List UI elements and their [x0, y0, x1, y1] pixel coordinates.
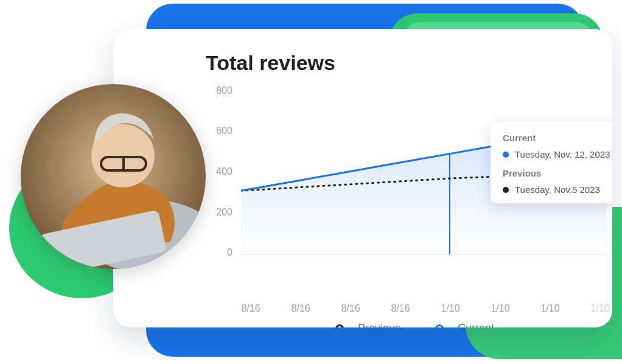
- legend-current-label: Current: [458, 322, 494, 327]
- legend-previous[interactable]: Previous: [327, 322, 400, 327]
- xtick-1: 8/16: [282, 303, 319, 314]
- tooltip-current-header: Current: [503, 133, 612, 143]
- xtick-7: 1/10: [582, 303, 612, 314]
- xtick-2: 8/16: [332, 303, 369, 314]
- legend-current-icon: [427, 324, 452, 328]
- chart-tooltip: Current Tuesday, Nov. 12, 2023 186 3% Pr…: [491, 122, 612, 203]
- ytick-600: 600: [206, 125, 232, 136]
- xtick-4: 1/10: [432, 303, 469, 314]
- chart-title: Total reviews: [206, 51, 335, 75]
- svg-point-3: [337, 325, 343, 327]
- tooltip-previous-date: Tuesday, Nov.5 2023: [515, 184, 612, 195]
- xtick-3: 8/16: [382, 303, 419, 314]
- legend-previous-label: Previous: [358, 322, 400, 327]
- tooltip-current-date: Tuesday, Nov. 12, 2023: [515, 149, 612, 159]
- legend-current[interactable]: Current: [427, 322, 494, 327]
- legend-previous-icon: [327, 324, 352, 328]
- chart-legend: Previous Current: [327, 322, 494, 327]
- ytick-0: 0: [206, 247, 232, 258]
- xtick-0: 8/16: [232, 303, 269, 314]
- svg-point-5: [436, 325, 443, 327]
- tooltip-previous-dot-icon: [503, 187, 509, 193]
- tooltip-current-dot-icon: [503, 152, 509, 158]
- reviews-line-chart[interactable]: 800 600 400 200 0 8/16 8/16 8/16 8/16: [206, 90, 607, 297]
- ytick-800: 800: [206, 85, 232, 96]
- ytick-200: 200: [206, 207, 232, 218]
- ytick-400: 400: [206, 166, 232, 177]
- xtick-6: 1/10: [532, 303, 568, 314]
- avatar-photo: [21, 84, 206, 269]
- xtick-5: 1/10: [482, 303, 519, 314]
- tooltip-previous-header: Previous: [503, 168, 612, 178]
